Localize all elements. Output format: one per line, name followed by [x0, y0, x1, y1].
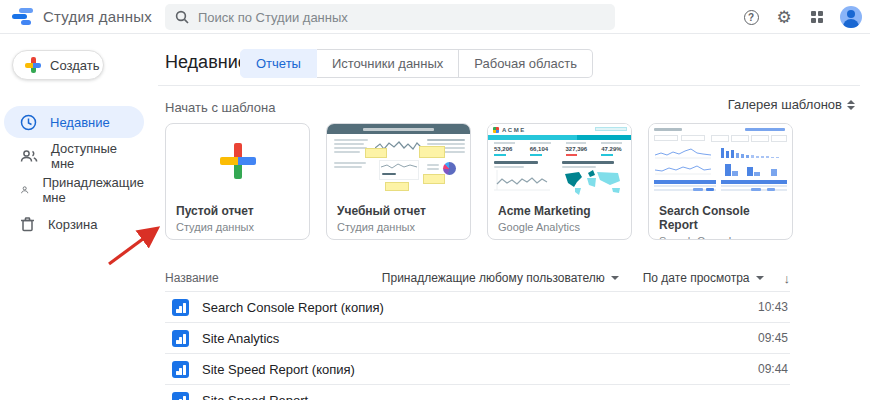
report-name: Site Speed Report (копия) [202, 362, 758, 377]
tab-reports[interactable]: Отчеты [240, 49, 317, 78]
app-title: Студия данных [43, 8, 152, 25]
template-gallery-button[interactable]: Галерея шаблонов [728, 97, 855, 112]
template-card-acme-marketing[interactable]: ACME 53,206 66,104 327,396 47.29% [487, 123, 632, 240]
clock-icon [20, 114, 37, 131]
search-input[interactable] [198, 10, 605, 25]
owner-filter-dropdown[interactable]: Принадлежащие любому пользователю [382, 271, 619, 285]
chevron-down-icon [756, 276, 764, 280]
report-icon [172, 330, 189, 347]
template-card-search-console[interactable]: Search Console Report Search Console [648, 123, 793, 240]
apps-grid-icon[interactable] [807, 7, 827, 27]
settings-gear-icon[interactable]: ⚙ [774, 7, 794, 27]
acme-metric-value: 327,396 [566, 146, 596, 152]
acme-metric-value: 66,104 [530, 146, 560, 152]
sidebar-item-shared-with-me[interactable]: Доступные мне [4, 140, 144, 172]
report-time: 10:43 [758, 300, 790, 314]
template-cards: Пустой отчет Студия данных [165, 123, 793, 240]
app-bar: Студия данных ? ⚙ [0, 0, 870, 34]
acme-world-map [562, 169, 628, 195]
search-bar[interactable] [165, 4, 615, 30]
template-card-tutorial-report[interactable]: Учебный отчет Студия данных [326, 123, 471, 240]
card-title: Пустой отчет [176, 204, 299, 218]
sidebar-item-label: Принадлежащие мне [42, 175, 144, 205]
report-time: 09:44 [758, 362, 790, 376]
report-icon [172, 392, 189, 400]
acme-metric-value: 53,206 [494, 146, 524, 152]
tab-bar: Отчеты Источники данных Рабочая область [240, 49, 593, 78]
report-name: Site Analytics [202, 331, 758, 346]
search-console-thumbnail [649, 124, 792, 197]
sort-filter-label: По дате просмотра [643, 271, 750, 285]
tutorial-report-thumbnail [327, 124, 470, 197]
people-icon [20, 148, 38, 164]
card-subtitle: Search Console [659, 235, 782, 240]
acme-brand: ACME [502, 127, 526, 133]
card-subtitle: Студия данных [176, 221, 299, 233]
sort-direction-icon[interactable]: ↓ [784, 271, 791, 286]
sidebar-item-recent[interactable]: Недавние [4, 106, 144, 138]
create-button[interactable]: Создать [12, 50, 104, 80]
page-title: Недавние [165, 52, 248, 73]
tab-workspace[interactable]: Рабочая область [459, 49, 593, 78]
search-icon [175, 10, 189, 24]
sidebar-item-trash[interactable]: Корзина [4, 208, 144, 240]
card-title: Search Console Report [659, 204, 782, 232]
person-icon [20, 182, 29, 198]
reports-table: Название Принадлежащие любому пользовате… [165, 265, 790, 400]
sidebar: Создать Недавние Доступные мне Принадлеж… [0, 34, 150, 400]
card-title: Acme Marketing [498, 204, 621, 218]
acme-logo-icon [493, 127, 499, 133]
main-content: Недавние Отчеты Источники данных Рабочая… [150, 34, 870, 400]
name-column-header: Название [165, 271, 382, 285]
template-card-blank-report[interactable]: Пустой отчет Студия данных [165, 123, 310, 240]
template-gallery-label: Галерея шаблонов [728, 97, 842, 112]
reports-table-header: Название Принадлежащие любому пользовате… [165, 265, 790, 291]
table-row[interactable]: Search Console Report (копия) 10:43 [165, 291, 790, 322]
sidebar-item-label: Корзина [48, 217, 98, 232]
create-button-label: Создать [50, 58, 99, 73]
report-time: 09:45 [758, 331, 790, 345]
table-row[interactable]: Site Speed Report (копия) 09:44 [165, 353, 790, 384]
chevron-down-icon [611, 276, 619, 280]
report-name: Search Console Report (копия) [202, 300, 758, 315]
card-subtitle: Студия данных [337, 221, 460, 233]
report-icon [172, 361, 189, 378]
acme-metric-value: 47.29% [601, 146, 631, 152]
report-icon [172, 299, 189, 316]
table-row[interactable]: Site Analytics 09:45 [165, 322, 790, 353]
table-row[interactable]: Site Speed Report [165, 384, 790, 400]
acme-marketing-thumbnail: ACME 53,206 66,104 327,396 47.29% [488, 124, 631, 197]
card-subtitle: Google Analytics [498, 221, 621, 233]
sidebar-item-owned-by-me[interactable]: Принадлежащие мне [4, 174, 144, 206]
tab-data-sources[interactable]: Источники данных [317, 49, 459, 78]
unfold-more-icon [847, 100, 855, 110]
plus-icon [220, 143, 256, 179]
card-title: Учебный отчет [337, 204, 460, 218]
sort-filter-dropdown[interactable]: По дате просмотра [643, 271, 764, 285]
trash-icon [20, 216, 35, 232]
user-avatar[interactable] [840, 6, 862, 28]
sidebar-item-label: Недавние [50, 115, 110, 130]
divider [158, 85, 860, 86]
plus-icon [25, 57, 41, 73]
sidebar-item-label: Доступные мне [51, 141, 144, 171]
report-name: Site Speed Report [202, 393, 788, 400]
data-studio-logo-icon[interactable] [12, 8, 34, 25]
help-icon[interactable]: ? [741, 7, 761, 27]
owner-filter-label: Принадлежащие любому пользователю [382, 271, 605, 285]
templates-section-label: Начать с шаблона [165, 100, 275, 115]
blank-report-thumbnail [166, 124, 309, 197]
